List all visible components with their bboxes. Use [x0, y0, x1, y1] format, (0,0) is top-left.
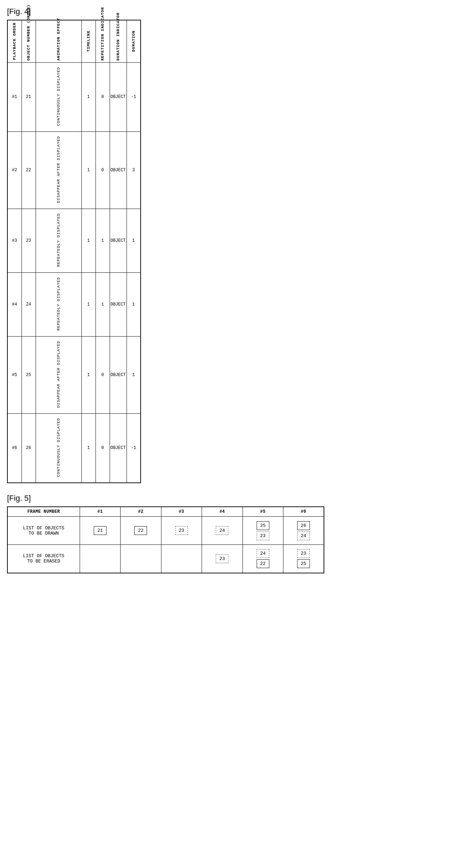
- fig5-col-2: #2: [121, 507, 161, 517]
- playback-cell: #1: [7, 62, 22, 131]
- fig4-row-6: #626CONTINUOUSLY DISPLAYED10OBJECT-1: [7, 413, 141, 483]
- duration-cell: 1: [127, 209, 141, 272]
- fig4-label: [Fig. 4]: [7, 7, 453, 16]
- fig5-draw-f1: 21: [80, 517, 120, 545]
- draw-f6-obj2: 24: [297, 531, 310, 540]
- timeline-cell: 1: [81, 131, 96, 209]
- fig5-table: FRAME NUMBER #1 #2 #3 #4 #5 #6 LIST OF O…: [7, 506, 324, 573]
- fig5-draw-f4: 24: [202, 517, 243, 545]
- erase-f5-obj2: 22: [257, 559, 269, 568]
- fig4-row-5: #525DISAPPEAR AFTER DISPLAYED10OBJECT1: [7, 336, 141, 413]
- durindicator-cell: OBJECT: [110, 272, 127, 336]
- fig4-row-1: #121CONTINUOUSLY DISPLAYED10OBJECT-1: [7, 62, 141, 131]
- objectnum-cell: 23: [22, 209, 36, 272]
- repetition-cell: 0: [96, 336, 110, 413]
- duration-cell: -1: [127, 413, 141, 483]
- fig5-draw-f5: 25 23: [243, 517, 283, 545]
- fig5-label: [Fig. 5]: [7, 494, 453, 503]
- fig5-erase-f4: 23: [202, 545, 243, 573]
- fig5-col-1: #1: [80, 507, 120, 517]
- fig4-table: PLAYBACK ORDER OBJECT NUMBER (ORDER) ANI…: [7, 20, 141, 483]
- fig5-section: [Fig. 5] FRAME NUMBER #1 #2 #3 #4 #5 #6 …: [7, 494, 453, 573]
- timeline-cell: 1: [81, 336, 96, 413]
- animation-cell: DISAPPEAR AFTER DISPLAYED: [36, 336, 81, 413]
- header-animation-effect: ANIMATION EFFECT: [36, 20, 81, 62]
- timeline-cell: 1: [81, 413, 96, 483]
- fig5-erase-row: LIST OF OBJECTSTO BE ERASED 23: [7, 545, 324, 573]
- draw-f2-obj1: 22: [134, 526, 147, 535]
- repetition-cell: 0: [96, 62, 110, 131]
- fig5-col-6: #6: [283, 507, 324, 517]
- draw-f1-obj1: 21: [94, 526, 106, 535]
- fig5-erase-label: LIST OF OBJECTSTO BE ERASED: [7, 545, 80, 573]
- header-object-number: OBJECT NUMBER (ORDER): [22, 20, 36, 62]
- animation-cell: REPEATEDLY DISPLAYED: [36, 209, 81, 272]
- header-timeline: TIMELINE: [81, 20, 96, 62]
- fig5-erase-f1: [80, 545, 120, 573]
- animation-cell: CONTINUOUSLY DISPLAYED: [36, 62, 81, 131]
- draw-f5-obj2: 23: [257, 531, 269, 540]
- draw-f4-obj1: 24: [216, 526, 228, 535]
- objectnum-cell: 22: [22, 131, 36, 209]
- draw-f5-obj1: 25: [257, 521, 269, 530]
- fig4-row-3: #323REPEATEDLY DISPLAYED11OBJECT1: [7, 209, 141, 272]
- durindicator-cell: OBJECT: [110, 62, 127, 131]
- duration-cell: 3: [127, 131, 141, 209]
- fig5-draw-row: LIST OF OBJECTSTO BE DRAWN 21 22 23: [7, 517, 324, 545]
- erase-f6-obj1: 23: [297, 549, 310, 558]
- draw-f6-obj1: 26: [297, 521, 310, 530]
- objectnum-cell: 21: [22, 62, 36, 131]
- repetition-cell: 1: [96, 272, 110, 336]
- duration-cell: 1: [127, 272, 141, 336]
- fig5-erase-f2: [121, 545, 161, 573]
- playback-cell: #2: [7, 131, 22, 209]
- repetition-cell: 0: [96, 131, 110, 209]
- fig5-draw-f6: 26 24: [283, 517, 324, 545]
- draw-f3-obj1: 23: [175, 526, 188, 535]
- fig5-draw-f3: 23: [161, 517, 202, 545]
- fig5-erase-f6: 23 25: [283, 545, 324, 573]
- duration-cell: -1: [127, 62, 141, 131]
- header-duration-indicator: DURATION INDICATOR: [110, 20, 127, 62]
- playback-cell: #6: [7, 413, 22, 483]
- timeline-cell: 1: [81, 62, 96, 131]
- fig4-section: [Fig. 4] PLAYBACK ORDER OBJECT NUMBER (O…: [7, 7, 453, 483]
- playback-cell: #5: [7, 336, 22, 413]
- durindicator-cell: OBJECT: [110, 413, 127, 483]
- objectnum-cell: 25: [22, 336, 36, 413]
- fig5-draw-f2: 22: [121, 517, 161, 545]
- erase-f5-obj1: 24: [257, 549, 269, 558]
- fig4-row-2: #222DISAPPEAR AFTER DISPLAYED10OBJECT3: [7, 131, 141, 209]
- repetition-cell: 0: [96, 413, 110, 483]
- fig5-col-5: #5: [243, 507, 283, 517]
- fig4-row-4: #424REPEATEDLY DISPLAYED11OBJECT1: [7, 272, 141, 336]
- fig5-col-3: #3: [161, 507, 202, 517]
- fig5-erase-f3: [161, 545, 202, 573]
- erase-f4-obj1: 23: [216, 554, 228, 563]
- durindicator-cell: OBJECT: [110, 336, 127, 413]
- fig5-erase-f5: 24 22: [243, 545, 283, 573]
- playback-cell: #4: [7, 272, 22, 336]
- repetition-cell: 1: [96, 209, 110, 272]
- header-duration: DURATION: [127, 20, 141, 62]
- fig5-header-frame: FRAME NUMBER: [7, 507, 80, 517]
- header-playback-order: PLAYBACK ORDER: [7, 20, 22, 62]
- animation-cell: CONTINUOUSLY DISPLAYED: [36, 413, 81, 483]
- timeline-cell: 1: [81, 272, 96, 336]
- animation-cell: DISAPPEAR AFTER DISPLAYED: [36, 131, 81, 209]
- erase-f6-obj2: 25: [297, 559, 310, 568]
- durindicator-cell: OBJECT: [110, 131, 127, 209]
- durindicator-cell: OBJECT: [110, 209, 127, 272]
- animation-cell: REPEATEDLY DISPLAYED: [36, 272, 81, 336]
- playback-cell: #3: [7, 209, 22, 272]
- header-repetition-indicator: REPETITION INDICATOR: [96, 20, 110, 62]
- fig5-draw-label: LIST OF OBJECTSTO BE DRAWN: [7, 517, 80, 545]
- duration-cell: 1: [127, 336, 141, 413]
- fig5-col-4: #4: [202, 507, 243, 517]
- objectnum-cell: 26: [22, 413, 36, 483]
- objectnum-cell: 24: [22, 272, 36, 336]
- timeline-cell: 1: [81, 209, 96, 272]
